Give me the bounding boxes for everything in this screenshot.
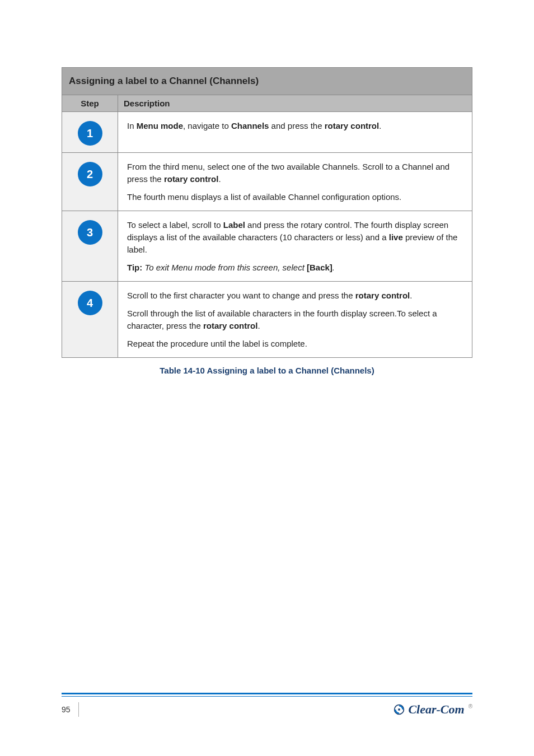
step-cell: 3 [62, 211, 118, 282]
step-cell: 4 [62, 282, 118, 358]
footer-rule-thin [62, 696, 472, 697]
table-row: 2From the third menu, select one of the … [62, 153, 472, 211]
page-footer: 95 Clear-Com ® [62, 693, 472, 717]
description-paragraph: Repeat the procedure until the label is … [127, 338, 463, 350]
step-cell: 1 [62, 112, 118, 153]
description-cell: From the third menu, select one of the t… [118, 153, 472, 211]
brand-text: Clear-Com [408, 702, 464, 717]
step-number-badge: 2 [78, 162, 102, 186]
table-row: 4Scroll to the first character you want … [62, 282, 472, 358]
brand-registered: ® [469, 703, 472, 710]
description-paragraph: Scroll to the first character you want t… [127, 290, 463, 302]
brand-icon [394, 704, 405, 715]
description-paragraph: To select a label, scroll to Label and p… [127, 219, 463, 255]
description-paragraph: In Menu mode, navigate to Channels and p… [127, 120, 463, 132]
description-paragraph: Scroll through the list of available cha… [127, 307, 463, 332]
header-desc: Description [118, 95, 472, 112]
header-step: Step [62, 95, 118, 112]
table-title: Assigning a label to a Channel (Channels… [62, 68, 472, 95]
description-cell: Scroll to the first character you want t… [118, 282, 472, 358]
step-number-badge: 1 [78, 121, 102, 146]
footer-row: 95 Clear-Com ® [62, 702, 472, 717]
table-row: 3To select a label, scroll to Label and … [62, 211, 472, 282]
page-number: 95 [62, 702, 79, 717]
svg-rect-1 [399, 708, 400, 710]
table-row: 1In Menu mode, navigate to Channels and … [62, 112, 472, 153]
table-caption: Table 14-10 Assigning a label to a Chann… [62, 366, 472, 375]
brand-logo: Clear-Com ® [394, 702, 472, 717]
procedure-table: Assigning a label to a Channel (Channels… [62, 67, 472, 358]
description-paragraph: The fourth menu displays a list of avail… [127, 191, 463, 203]
description-paragraph: Tip: To exit Menu mode from this screen,… [127, 262, 463, 274]
table-title-row: Assigning a label to a Channel (Channels… [62, 68, 472, 95]
table-header-row: Step Description [62, 95, 472, 112]
description-cell: In Menu mode, navigate to Channels and p… [118, 112, 472, 153]
document-page: Assigning a label to a Channel (Channels… [0, 0, 534, 756]
description-cell: To select a label, scroll to Label and p… [118, 211, 472, 282]
step-number-badge: 4 [78, 291, 102, 315]
step-number-badge: 3 [78, 220, 102, 245]
step-cell: 2 [62, 153, 118, 211]
footer-rule-thick [62, 693, 472, 694]
description-paragraph: From the third menu, select one of the t… [127, 161, 463, 185]
